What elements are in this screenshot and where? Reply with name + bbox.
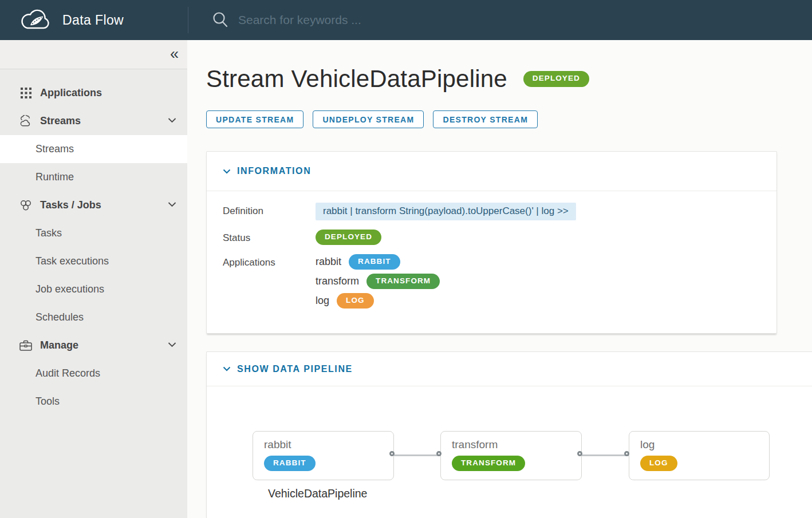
sidebar-item-applications[interactable]: Applications — [0, 79, 187, 107]
briefcase-icon — [19, 340, 32, 351]
pipeline-node-transform: transform TRANSFORM — [440, 431, 582, 480]
search-icon — [211, 11, 230, 29]
sidebar-item-label: Manage — [40, 339, 78, 351]
chevron-down-icon — [223, 169, 231, 174]
sidebar-item-label: Streams — [36, 143, 74, 155]
application-name: log — [316, 295, 329, 307]
information-card: INFORMATION Definition rabbit | transfor… — [206, 151, 777, 334]
search-input[interactable] — [238, 13, 582, 27]
stream-name-label: VehicleDataPipeline — [268, 487, 367, 500]
status-badge: DEPLOYED — [316, 230, 381, 245]
applications-label: Applications — [223, 254, 316, 268]
destroy-stream-button[interactable]: DESTROY STREAM — [433, 110, 538, 128]
definition-label: Definition — [223, 203, 316, 217]
application-name: rabbit — [316, 256, 341, 268]
sidebar-item-label: Job executions — [36, 283, 104, 295]
sidebar-item-label: Streams — [40, 115, 81, 127]
chevron-down-icon — [168, 117, 176, 123]
sidebar-item-label: Schedules — [36, 311, 84, 323]
node-name: log — [640, 438, 758, 451]
pipeline-card-header[interactable]: SHOW DATA PIPELINE — [207, 352, 812, 386]
application-item: log LOG — [316, 293, 760, 308]
application-type-badge: TRANSFORM — [366, 274, 440, 289]
pipeline-node-rabbit: rabbit RABBIT — [253, 431, 394, 480]
sidebar-nav: Applications Streams Streams Runtime — [0, 69, 187, 416]
applications-row: Applications rabbit RABBIT transform TRA… — [223, 254, 760, 308]
cloud-leaf-logo-icon — [19, 8, 53, 32]
status-badge: DEPLOYED — [523, 71, 589, 86]
app-title: Data Flow — [62, 13, 124, 28]
top-navigation-bar: Data Flow — [0, 0, 812, 40]
cluster-icon — [19, 200, 32, 211]
pipeline-edge — [394, 454, 441, 456]
data-pipeline-card: SHOW DATA PIPELINE rabbit RABBIT transfo… — [206, 351, 812, 518]
chevron-down-icon — [223, 366, 231, 371]
clouds-icon — [19, 115, 32, 127]
pipeline-edge — [582, 454, 629, 456]
sidebar-item-label: Audit Records — [36, 367, 100, 379]
application-type-badge: LOG — [337, 293, 374, 309]
sidebar-item-label: Tools — [36, 396, 60, 408]
update-stream-button[interactable]: UPDATE STREAM — [206, 110, 303, 128]
sidebar-item-task-executions[interactable]: Task executions — [0, 247, 187, 275]
information-header-label: INFORMATION — [237, 166, 311, 176]
sidebar-item-runtime[interactable]: Runtime — [0, 163, 187, 191]
sidebar-item-tools[interactable]: Tools — [0, 387, 187, 416]
node-name: rabbit — [264, 438, 383, 451]
sidebar-item-job-executions[interactable]: Job executions — [0, 275, 187, 303]
pipeline-header-label: SHOW DATA PIPELINE — [237, 364, 353, 374]
page-title: Stream VehicleDataPipeline — [206, 65, 507, 93]
collapse-sidebar-icon[interactable]: « — [170, 45, 179, 63]
node-type-badge: RABBIT — [264, 456, 316, 471]
information-card-header[interactable]: INFORMATION — [207, 152, 776, 191]
global-search — [188, 11, 812, 29]
grid-icon — [19, 88, 32, 98]
app-logo[interactable]: Data Flow — [0, 0, 188, 40]
chevron-down-icon — [168, 342, 176, 347]
sidebar-header: « — [0, 40, 187, 69]
sidebar-item-schedules[interactable]: Schedules — [0, 303, 187, 331]
sidebar-item-label: Runtime — [36, 171, 74, 183]
undeploy-stream-button[interactable]: UNDEPLOY STREAM — [313, 110, 424, 128]
node-name: transform — [452, 438, 570, 451]
sidebar-item-label: Applications — [40, 87, 102, 99]
sidebar-item-label: Tasks / Jobs — [40, 199, 101, 211]
application-item: transform TRANSFORM — [316, 274, 760, 288]
stream-definition-value[interactable]: rabbit | transform String(payload).toUpp… — [316, 203, 576, 220]
chevron-down-icon — [168, 201, 176, 207]
status-row: Status DEPLOYED — [223, 230, 760, 245]
definition-row: Definition rabbit | transform String(pay… — [223, 203, 760, 220]
node-type-badge: LOG — [640, 456, 677, 471]
application-type-badge: RABBIT — [349, 254, 400, 270]
main-content: Stream VehicleDataPipeline DEPLOYED UPDA… — [187, 40, 812, 518]
status-label: Status — [223, 230, 316, 244]
sidebar-item-manage[interactable]: Manage — [0, 331, 187, 359]
sidebar-item-audit-records[interactable]: Audit Records — [0, 359, 187, 387]
sidebar-item-tasks[interactable]: Tasks — [0, 219, 187, 247]
pipeline-canvas: rabbit RABBIT transform TRANSFORM log LO… — [207, 386, 812, 518]
application-name: transform — [316, 275, 359, 287]
sidebar-item-label: Task executions — [36, 255, 109, 267]
sidebar: « Applications Streams — [0, 40, 187, 518]
sidebar-item-streams-section[interactable]: Streams — [0, 107, 187, 135]
sidebar-item-label: Tasks — [36, 227, 62, 239]
sidebar-item-streams[interactable]: Streams — [0, 135, 187, 163]
stream-actions: UPDATE STREAM UNDEPLOY STREAM DESTROY ST… — [206, 110, 812, 128]
application-item: rabbit RABBIT — [316, 254, 760, 269]
sidebar-item-tasks-jobs[interactable]: Tasks / Jobs — [0, 191, 187, 219]
pipeline-node-log: log LOG — [629, 431, 770, 480]
node-type-badge: TRANSFORM — [452, 456, 525, 471]
